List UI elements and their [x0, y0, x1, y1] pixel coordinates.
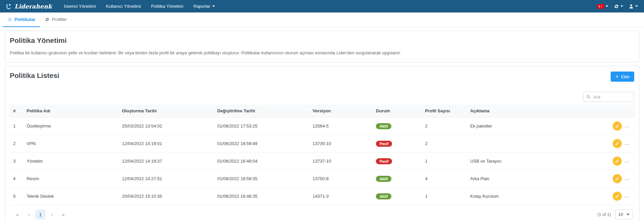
search-box — [583, 92, 634, 102]
last-page-button[interactable]: » — [59, 210, 68, 219]
chevron-down-icon — [212, 5, 215, 7]
main-menu: İstemci Yönetimi Kullanıcı Yönetimi Poli… — [59, 0, 220, 12]
column-header-actions — [606, 105, 635, 117]
tab-profiller[interactable]: Profiller — [40, 12, 71, 27]
column-header-created: Oluşturma Tarihi — [118, 105, 213, 117]
page-content: Politika Yönetimi Politika bir kullanıcı… — [0, 27, 644, 221]
profile-count: 2 — [421, 135, 466, 153]
created-date: 12/04/2022 14:19:37 — [118, 153, 213, 170]
paginator: « ‹ 1 › » (1 of 1) 10 — [9, 205, 635, 221]
page-size-select[interactable]: 10 — [615, 210, 633, 219]
nav-item-label: Kullanıcı Yönetimi — [106, 4, 141, 9]
created-date: 20/04/2022 15:10:35 — [118, 188, 213, 205]
list-title: Politika Listesi — [10, 72, 59, 80]
search-icon — [586, 94, 591, 101]
profile-count: 1 — [421, 153, 466, 170]
page-size-value: 10 — [618, 212, 623, 217]
column-header-version: Versiyon — [309, 105, 372, 117]
first-page-button[interactable]: « — [13, 210, 22, 219]
pencil-icon — [615, 124, 619, 128]
nav-item-raporlar[interactable]: Raporlar — [188, 0, 220, 12]
policy-description — [466, 135, 606, 153]
add-button-label: Ekle — [621, 74, 630, 79]
tab-label: Politikalar — [14, 17, 35, 22]
modified-date: 01/06/2022 16:59:35 — [213, 170, 309, 188]
tab-politikalar[interactable]: Politikalar — [3, 12, 40, 27]
settings-menu[interactable] — [614, 4, 623, 9]
modified-date: 01/06/2022 16:48:04 — [213, 153, 309, 170]
language-selector[interactable] — [597, 4, 608, 9]
created-date: 12/04/2022 14:19:01 — [118, 135, 213, 153]
modified-date: 01/06/2022 17:53:25 — [213, 117, 309, 135]
nav-item-label: Raporlar — [193, 4, 210, 9]
modified-date: 01/06/2022 16:59:49 — [213, 135, 309, 153]
edit-button[interactable] — [613, 157, 622, 166]
column-header-index: # — [9, 105, 23, 117]
status-cell: Pasif — [372, 153, 421, 170]
nav-item-kullanici-yonetimi[interactable]: Kullanıcı Yönetimi — [101, 0, 146, 12]
liderahenk-logo-icon — [5, 3, 12, 10]
navbar-right-controls — [597, 4, 644, 9]
status-cell: Aktif — [372, 117, 421, 135]
policy-table-body: 1Özelleştirme25/03/2022 13:54:0201/06/20… — [9, 117, 635, 205]
policy-description: Kolay Kurulum — [466, 188, 606, 205]
user-menu[interactable] — [629, 4, 638, 9]
page-number-button[interactable]: 1 — [36, 210, 45, 219]
pencil-icon — [615, 176, 619, 181]
add-policy-button[interactable]: + Ekle — [611, 72, 634, 82]
edit-button[interactable] — [613, 174, 622, 183]
page-title: Politika Yönetimi — [10, 36, 634, 45]
row-index: 3 — [9, 153, 23, 170]
nav-item-label: Politika Yönetimi — [151, 4, 183, 9]
policy-name: Teknik Destek — [23, 188, 118, 205]
policy-name: Özelleştirme — [23, 117, 118, 135]
version: 13735-10 — [309, 135, 372, 153]
page-description: Politika bir kullanıcı grubunun yetki ve… — [10, 50, 634, 55]
next-page-button[interactable]: › — [47, 210, 57, 219]
intro-card: Politika Yönetimi Politika bir kullanıcı… — [5, 31, 639, 62]
profile-count: 4 — [421, 170, 466, 188]
column-header-description: Açıklama — [466, 105, 606, 117]
actions-cell — [606, 170, 635, 188]
table-row: 3Yönetim12/04/2022 14:19:3701/06/2022 16… — [9, 153, 635, 170]
table-row: 4Resim12/04/2022 14:27:5101/06/2022 16:5… — [9, 170, 635, 188]
policy-table: # Politika Adı Oluşturma Tarihi Değiştir… — [9, 105, 635, 205]
nav-item-politika-yonetimi[interactable]: Politika Yönetimi — [146, 0, 188, 12]
tab-label: Profiller — [52, 17, 67, 22]
version: 14371-3 — [309, 188, 372, 205]
status-badge: Aktif — [376, 123, 391, 129]
prev-page-button[interactable]: ‹ — [24, 210, 34, 219]
policy-name: VPN — [23, 135, 118, 153]
chevron-down-icon — [626, 214, 630, 216]
edit-button[interactable] — [613, 192, 622, 201]
status-badge: Aktif — [376, 193, 391, 199]
pencil-icon — [615, 194, 619, 198]
list-icon — [7, 17, 12, 22]
brand-logo[interactable]: Liderahenk — [0, 3, 59, 10]
status-badge: Aktif — [376, 176, 391, 182]
chevron-down-icon — [606, 5, 608, 7]
edit-button[interactable] — [613, 139, 622, 148]
policy-description: USB ve Tarayıcı — [466, 153, 606, 170]
chevron-down-icon — [635, 5, 638, 7]
nav-item-label: İstemci Yönetimi — [64, 4, 96, 9]
profile-count: 1 — [421, 188, 466, 205]
paginator-right: (1 of 1) 10 — [598, 210, 633, 219]
policy-table-head: # Politika Adı Oluşturma Tarihi Değiştir… — [9, 105, 635, 117]
table-row: 5Teknik Destek20/04/2022 15:10:3501/06/2… — [9, 188, 635, 205]
nav-item-istemci-yonetimi[interactable]: İstemci Yönetimi — [59, 0, 101, 12]
profile-count: 2 — [421, 117, 466, 135]
edit-button[interactable] — [613, 121, 622, 131]
modified-date: 01/06/2022 16:48:35 — [213, 188, 309, 205]
table-toolbar — [10, 92, 634, 102]
status-badge: Pasif — [376, 158, 392, 164]
status-badge: Pasif — [376, 141, 392, 147]
status-cell: Aktif — [372, 188, 421, 205]
column-header-profile-count: Profil Sayısı — [421, 105, 466, 117]
user-icon — [629, 4, 634, 9]
actions-cell — [606, 117, 635, 135]
pencil-icon — [615, 159, 619, 163]
sub-tabbar: Politikalar Profiller — [0, 12, 644, 27]
version: 13737-10 — [309, 153, 372, 170]
row-index: 4 — [9, 170, 23, 188]
